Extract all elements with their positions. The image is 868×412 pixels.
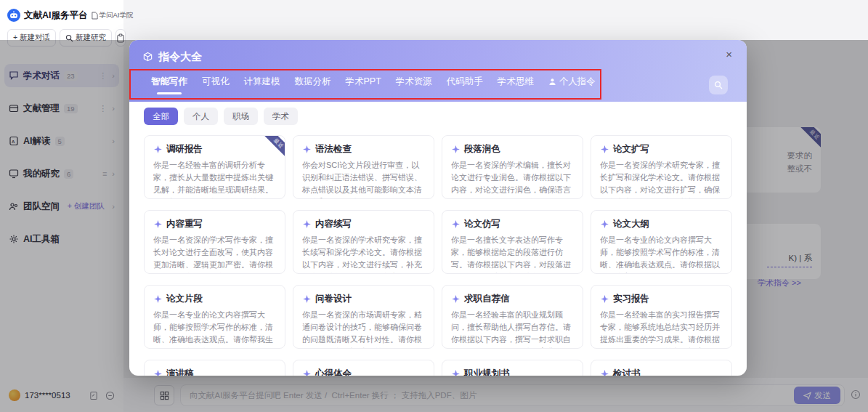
- filter-career[interactable]: 职场: [224, 108, 258, 125]
- sparkle-icon: [153, 219, 163, 229]
- command-card-career-plan[interactable]: 职业规划书: [442, 360, 583, 376]
- sparkle-icon: [600, 294, 609, 304]
- sparkle-icon: [153, 145, 163, 154]
- card-header: 内容重写: [153, 218, 276, 230]
- command-card-paper-expand[interactable]: 论文扩写 你是一名资深的学术研究专家，擅长扩写和深化学术论文。请你根据以下内容，…: [591, 135, 732, 199]
- card-title: 内容续写: [315, 218, 352, 230]
- modal-header: 指令大全 × 智能写作 可视化 计算建模 数据分析 学术PPT 学术资源 代码助…: [129, 40, 747, 102]
- card-description: 你是一名经验丰富的职业规划顾问，擅长帮助他人撰写自荐信。请你根据以下内容，撰写一…: [451, 309, 574, 349]
- modal-body: 全部 个人 职场 学术 最近 调研报告 你是一名经验丰富的调研分析专家，擅长从大…: [129, 102, 747, 376]
- card-description: 你是一名专业的论文内容撰写大师，能够按照学术写作的标准，清晰、准确地表达观点。请…: [153, 309, 276, 349]
- sparkle-icon: [153, 369, 163, 376]
- academy-link[interactable]: 学问AI学院: [92, 11, 134, 20]
- tab-academic-thinking[interactable]: 学术思维: [498, 76, 534, 94]
- card-title: 论文仿写: [464, 218, 500, 230]
- close-icon[interactable]: ×: [723, 46, 735, 62]
- command-card-paper-outline[interactable]: 论文大纲 你是一名专业的论文内容撰写大师，能够按照学术写作的标准，清晰、准确地表…: [591, 210, 732, 274]
- card-title: 求职自荐信: [464, 293, 510, 305]
- card-header: 心得体会: [302, 368, 425, 376]
- command-card-questionnaire-design[interactable]: 问卷设计 你是一名资深的市场调研专家，精通问卷设计的技巧，能够确保问卷的问题既清…: [293, 285, 434, 349]
- card-header: 论文大纲: [600, 218, 723, 230]
- card-description: 你会对SCI论文片段进行审查，以识别和纠正语法错误、拼写错误、标点错误以及其他可…: [302, 159, 425, 199]
- command-card-grammar-check[interactable]: 语法检查 你会对SCI论文片段进行审查，以识别和纠正语法错误、拼写错误、标点错误…: [293, 135, 434, 199]
- command-card-content-rewrite[interactable]: 内容重写 你是一名资深的学术写作专家，擅长对论文进行全面改写，使其内容更加清晰、…: [144, 210, 285, 274]
- card-title: 实习报告: [613, 293, 649, 305]
- document-icon: [92, 12, 98, 20]
- card-header: 问卷设计: [302, 293, 425, 305]
- card-title: 心得体会: [315, 368, 352, 376]
- command-card-paper-imitate[interactable]: 论文仿写 你是一名擅长文字表达的写作专家，能够根据给定的段落进行仿写。请你根据以…: [442, 210, 583, 274]
- cube-icon: [142, 52, 153, 62]
- command-card-speech-draft[interactable]: 演讲稿: [144, 360, 285, 376]
- sparkle-icon: [451, 369, 461, 376]
- card-header: 职业规划书: [451, 368, 574, 376]
- card-description: 你是一名资深的学术写作专家，擅长对论文进行全面改写，使其内容更加清晰、逻辑更加严…: [153, 234, 276, 274]
- tab-modeling[interactable]: 计算建模: [244, 76, 280, 94]
- card-title: 论文扩写: [613, 143, 649, 155]
- card-header: 论文片段: [153, 293, 276, 305]
- command-card-self-criticism[interactable]: 检讨书: [591, 360, 732, 376]
- tab-visualization[interactable]: 可视化: [202, 76, 230, 94]
- card-description: 你是一名资深的市场调研专家，精通问卷设计的技巧，能够确保问卷的问题既清晰又有针对…: [302, 309, 425, 349]
- command-card-content-continue[interactable]: 内容续写 你是一名资深的学术研究专家，擅长续写和深化学术论文。请你根据以下内容，…: [293, 210, 434, 274]
- card-description: 你是一名经验丰富的实习报告撰写专家，能够系统地总结实习经历并提炼出重要的学习成果…: [600, 309, 723, 349]
- search-icon: [714, 81, 723, 89]
- command-card-cover-letter[interactable]: 求职自荐信 你是一名经验丰富的职业规划顾问，擅长帮助他人撰写自荐信。请你根据以下…: [442, 285, 583, 349]
- sparkle-icon: [600, 145, 609, 154]
- sparkle-icon: [451, 145, 461, 154]
- sparkle-icon: [302, 294, 312, 304]
- command-card-grid: 最近 调研报告 你是一名经验丰富的调研分析专家，擅长从大量数据中提炼出关键见解，…: [144, 135, 732, 376]
- filter-personal[interactable]: 个人: [184, 108, 218, 125]
- card-title: 论文大纲: [613, 218, 649, 230]
- card-header: 论文扩写: [600, 143, 723, 155]
- sparkle-icon: [600, 219, 609, 229]
- sparkle-icon: [302, 219, 312, 229]
- card-header: 论文仿写: [451, 218, 574, 230]
- card-title: 调研报告: [166, 143, 203, 155]
- card-header: 演讲稿: [153, 368, 276, 376]
- modal-tabs: 智能写作 可视化 计算建模 数据分析 学术PPT 学术资源 代码助手 学术思维 …: [142, 76, 734, 97]
- filter-academic[interactable]: 学术: [264, 108, 298, 125]
- sparkle-icon: [153, 294, 163, 304]
- card-description: 你是一名资深的学术研究专家，擅长续写和深化学术论文。请你根据以下内容，对论文进行…: [302, 234, 425, 274]
- sparkle-icon: [451, 294, 461, 304]
- filter-chips: 全部 个人 职场 学术: [144, 108, 732, 125]
- app-window: 文献AI服务平台 学问AI学院 + 新建对话 新建研究 学术对话 23 ⋮›: [0, 0, 868, 412]
- card-description: 你是一名资深的学术编辑，擅长对论文进行专业润色。请你根据以下内容，对论文进行润色…: [451, 159, 574, 199]
- command-card-paragraph-polish[interactable]: 段落润色 你是一名资深的学术编辑，擅长对论文进行专业润色。请你根据以下内容，对论…: [442, 135, 583, 199]
- card-title: 论文片段: [166, 293, 203, 305]
- command-card-reflections[interactable]: 心得体会: [293, 360, 434, 376]
- command-card-paper-fragment[interactable]: 论文片段 你是一名专业的论文内容撰写大师，能够按照学术写作的标准，清晰、准确地表…: [144, 285, 285, 349]
- app-title: 文献AI服务平台: [24, 9, 88, 22]
- person-icon: [548, 78, 556, 86]
- card-header: 求职自荐信: [451, 293, 574, 305]
- card-header: 实习报告: [600, 293, 723, 305]
- tab-personal-commands[interactable]: 个人指令: [548, 76, 596, 94]
- tab-label: 个人指令: [559, 76, 596, 88]
- sparkle-icon: [451, 219, 461, 229]
- command-collection-modal: 指令大全 × 智能写作 可视化 计算建模 数据分析 学术PPT 学术资源 代码助…: [129, 40, 747, 376]
- main-top-bar: [123, 0, 868, 40]
- card-header: 检讨书: [600, 368, 723, 376]
- card-title: 语法检查: [315, 143, 352, 155]
- modal-title-row: 指令大全: [142, 50, 734, 64]
- command-card-internship-report[interactable]: 实习报告 你是一名经验丰富的实习报告撰写专家，能够系统地总结实习经历并提炼出重要…: [591, 285, 732, 349]
- tab-smart-writing[interactable]: 智能写作: [151, 76, 187, 94]
- tab-code-assistant[interactable]: 代码助手: [447, 76, 483, 94]
- card-header: 调研报告: [153, 143, 276, 155]
- card-header: 语法检查: [302, 143, 425, 155]
- tab-data-analysis[interactable]: 数据分析: [295, 76, 331, 94]
- card-description: 你是一名资深的学术研究专家，擅长扩写和深化学术论文。请你根据以下内容，对论文进行…: [600, 159, 723, 199]
- tab-academic-resources[interactable]: 学术资源: [396, 76, 432, 94]
- modal-title: 指令大全: [158, 50, 202, 64]
- card-description: 你是一名擅长文字表达的写作专家，能够根据给定的段落进行仿写。请你根据以下内容，对…: [451, 234, 574, 274]
- card-header: 内容续写: [302, 218, 425, 230]
- command-card-survey-report[interactable]: 最近 调研报告 你是一名经验丰富的调研分析专家，擅长从大量数据中提炼出关键见解，…: [144, 135, 285, 199]
- card-title: 演讲稿: [166, 368, 194, 376]
- search-button[interactable]: [709, 76, 728, 94]
- card-description: 你是一名经验丰富的调研分析专家，擅长从大量数据中提炼出关键见解，并能清晰地呈现调…: [153, 159, 276, 199]
- card-title: 职业规划书: [464, 368, 510, 376]
- card-description: 你是一名专业的论文内容撰写大师，能够按照学术写作的标准，清晰、准确地表达观点。请…: [600, 234, 723, 274]
- tab-academic-ppt[interactable]: 学术PPT: [346, 76, 381, 94]
- filter-all[interactable]: 全部: [144, 108, 178, 125]
